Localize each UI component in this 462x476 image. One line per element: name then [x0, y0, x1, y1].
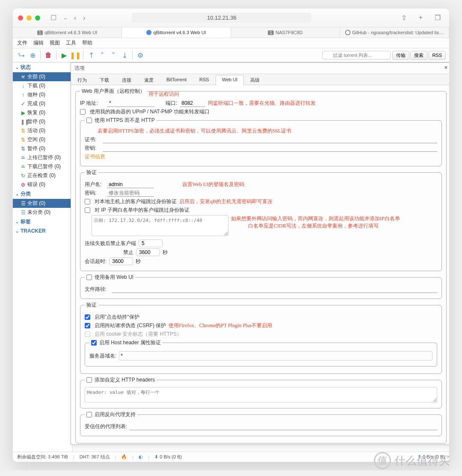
sidebar-header-tags[interactable]: ⌄标签: [13, 217, 72, 227]
settings-icon[interactable]: ⚙: [135, 50, 145, 60]
share-icon[interactable]: ⇪: [398, 12, 410, 24]
main-panel: 选项× 行为下载连接速度BitTorrentRSSWeb UI高级 Web 用户…: [73, 62, 449, 452]
server-domain-input[interactable]: [119, 351, 432, 361]
key-input[interactable]: [103, 145, 437, 152]
options-tab[interactable]: BitTorrent: [160, 75, 193, 85]
note: 若要启用HTTPS加密，必须生成证书和密钥，可以使用腾讯云、阿里云免费的SSL证…: [98, 127, 437, 135]
cert-input[interactable]: [103, 136, 437, 143]
menu-file[interactable]: 文件: [17, 39, 27, 47]
alt-webui-path-input[interactable]: [112, 286, 437, 293]
browser-tab[interactable]: GitHub - ngosang/trackerslist: Updated l…: [340, 27, 449, 38]
session-timeout-input[interactable]: [109, 257, 133, 265]
sidebar-item[interactable]: ✓完成 (0): [13, 99, 72, 108]
start-icon[interactable]: ▶: [59, 50, 69, 60]
status-icon: ⊘: [21, 182, 26, 188]
add-torrent-icon[interactable]: ⊕: [27, 50, 38, 60]
options-tab[interactable]: 连接: [116, 75, 138, 85]
custom-headers-textarea[interactable]: [85, 387, 437, 402]
menu-edit[interactable]: 编辑: [33, 39, 44, 47]
options-tab[interactable]: RSS: [193, 75, 216, 85]
add-link-icon[interactable]: ⮑: [16, 50, 27, 60]
sidebar-item[interactable]: ⇅暂停 (0): [13, 144, 72, 153]
password-input[interactable]: [107, 189, 154, 197]
csrf-checkbox[interactable]: [85, 323, 90, 328]
maximize-icon[interactable]: [35, 15, 40, 21]
alt-speed-icon[interactable]: 🔥: [121, 454, 127, 460]
sidebar-item[interactable]: ☰未分类 (0): [13, 208, 72, 217]
options-tab[interactable]: 下载: [93, 75, 116, 85]
forward-icon[interactable]: ›: [80, 12, 89, 24]
options-tab[interactable]: 速度: [138, 75, 160, 85]
bypass-local-checkbox[interactable]: [85, 199, 90, 204]
sidebar-item[interactable]: ❚❚暂停 (0): [13, 117, 72, 126]
move-down-icon[interactable]: ˅: [108, 50, 118, 60]
connection-icon[interactable]: ◐: [139, 454, 143, 460]
sidebar-header-tracker[interactable]: ⌄TRACKER: [13, 227, 72, 235]
disk-space: 剩余磁盘空间: 3.498 TiB: [17, 454, 68, 460]
reverse-proxy-checkbox[interactable]: [86, 412, 92, 417]
options-tab[interactable]: Web UI: [216, 75, 244, 85]
menu-help[interactable]: 帮助: [82, 39, 92, 47]
sidebar-item[interactable]: ☰全部 (0): [13, 199, 72, 208]
ban-fail-input[interactable]: [139, 239, 163, 247]
sidebar-item[interactable]: ↑做种 (0): [13, 90, 72, 99]
sidebar-item[interactable]: ↻正在检查 (0): [13, 171, 72, 180]
fieldset-webui: Web 用户界面（远程控制） 用于远程访问 IP 地址: 端口: 同监听端口一致…: [75, 88, 447, 443]
proxy-list-input[interactable]: [130, 423, 437, 430]
pause-icon[interactable]: ❚❚: [70, 50, 80, 60]
host-header-checkbox[interactable]: [91, 340, 97, 346]
ban-for-input[interactable]: [136, 248, 160, 256]
sidebar-item[interactable]: ▶恢复 (0): [13, 108, 72, 117]
close-icon[interactable]: ×: [444, 65, 447, 72]
clickjack-checkbox[interactable]: [85, 314, 90, 320]
chevron-down-icon[interactable]: ⌄: [60, 13, 71, 22]
url-bar[interactable]: 10.12.21.36: [132, 13, 311, 23]
bypass-subnet-checkbox[interactable]: [85, 207, 90, 213]
options-tab[interactable]: 高级: [244, 75, 266, 85]
options-tab[interactable]: 行为: [71, 75, 93, 85]
sidebar-item[interactable]: ≏下载已暂停 (0): [13, 162, 72, 171]
close-icon[interactable]: [18, 15, 23, 21]
tabs-icon[interactable]: ❐: [431, 12, 444, 24]
upnp-checkbox[interactable]: [80, 109, 86, 115]
sidebar-item[interactable]: ≏上传已暂停 (0): [13, 153, 72, 162]
sidebar-header-category[interactable]: ⌄分类: [13, 189, 72, 199]
subnet-textarea[interactable]: [92, 215, 228, 236]
filter-input[interactable]: [322, 51, 391, 59]
sidebar-header-status[interactable]: ⌄状态: [13, 62, 72, 72]
tab-rss[interactable]: RSS: [428, 51, 446, 60]
menu-tools[interactable]: 工具: [66, 39, 76, 47]
sidebar-item[interactable]: ⤧全部 (0): [13, 72, 72, 81]
sidebar-item[interactable]: ⇅活动 (0): [13, 126, 72, 135]
port-input[interactable]: [180, 100, 205, 107]
custom-headers-checkbox[interactable]: [86, 377, 92, 383]
ip-input[interactable]: [107, 100, 154, 107]
browser-tab[interactable]: 1NAS7F9C8D: [231, 27, 340, 38]
window-controls: [18, 15, 40, 21]
github-icon: [345, 30, 350, 35]
delete-icon[interactable]: 🗑: [43, 50, 53, 60]
cert-info-link[interactable]: 证书信息: [85, 153, 105, 160]
browser-tab[interactable]: 1qBittorrent v4.6.3 Web UI: [13, 27, 122, 38]
sidebar-item[interactable]: ↓下载 (0): [13, 81, 72, 90]
tab-search[interactable]: 搜索: [410, 51, 427, 60]
move-bottom-icon[interactable]: ⤓: [119, 50, 130, 60]
sidebar-toggle-icon[interactable]: ☐: [47, 12, 60, 24]
minimize-icon[interactable]: [27, 15, 32, 21]
fieldset-custom-headers: 添加自定义 HTTP headers: [80, 376, 442, 408]
move-top-icon[interactable]: ⤒: [86, 50, 96, 60]
back-icon[interactable]: ‹: [71, 12, 80, 24]
https-checkbox[interactable]: [86, 118, 92, 123]
menu-view[interactable]: 视图: [50, 39, 60, 47]
status-icon: ❚❚: [21, 119, 26, 125]
browser-tab[interactable]: qBittorrent v4.6.3 Web UI: [122, 27, 231, 38]
status-icon: ≏: [21, 164, 26, 170]
new-tab-icon[interactable]: +: [415, 12, 426, 24]
move-up-icon[interactable]: ˄: [97, 50, 107, 60]
sidebar-item[interactable]: ⊘错误 (0): [13, 180, 72, 189]
sidebar-item[interactable]: ⇅空闲 (0): [13, 135, 72, 144]
note: 设置Web UI的登陆名及密码: [182, 181, 244, 188]
tab-transfers[interactable]: 传输: [392, 51, 409, 60]
username-input[interactable]: [107, 181, 154, 188]
alt-webui-checkbox[interactable]: [86, 275, 92, 280]
